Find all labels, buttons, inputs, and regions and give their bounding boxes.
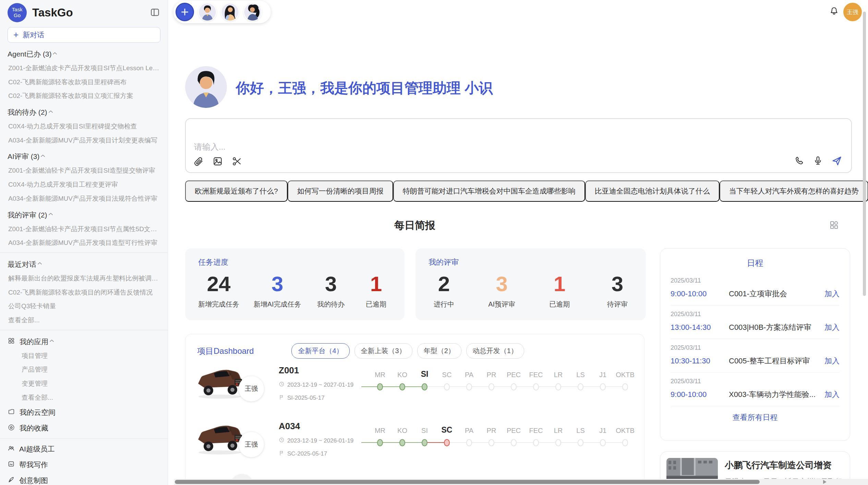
milestone-label: MR bbox=[375, 423, 385, 435]
sidebar-item[interactable]: C02-飞腾新能源轻客改款项目的闭环通告反馈情况 bbox=[0, 286, 168, 300]
dashboard-tab[interactable]: 全新平台（4） bbox=[291, 343, 349, 359]
dashboard-tab[interactable]: 动总开发（1） bbox=[466, 343, 524, 359]
sidebar-item[interactable]: C02-飞腾新能源轻客改款项目立项汇报方案 bbox=[0, 89, 168, 103]
attach-file-button[interactable] bbox=[193, 156, 204, 167]
project-owner-badge: 王强 bbox=[239, 376, 264, 401]
stat: 3我的待办 bbox=[315, 272, 346, 309]
sidebar-item[interactable]: Z001-全新燃油轻卡产品开发项目SI造型提交物评审 bbox=[0, 164, 168, 178]
milestone-label: SC bbox=[442, 367, 452, 379]
sidebar-item[interactable]: Z001-全新燃油皮卡产品开发项目SI节点Lesson Learn报告 bbox=[0, 61, 168, 75]
sidebar-section-header[interactable]: 最近对话 bbox=[0, 255, 168, 272]
briefing-layout-button[interactable] bbox=[829, 220, 839, 231]
logo-line2: Go bbox=[14, 13, 21, 18]
voice-input-button[interactable] bbox=[813, 156, 823, 167]
milestone-label: PEC bbox=[507, 367, 521, 379]
project-row[interactable]: 王强A0342023-12-19 ~ 2026-01-19SC-2025-05-… bbox=[194, 417, 636, 472]
horizontal-scrollbar-thumb[interactable] bbox=[175, 480, 760, 484]
join-link[interactable]: 加入 bbox=[824, 289, 840, 299]
section-label: AI评审 (3) bbox=[8, 152, 39, 161]
sidebar-item-favorites-badge[interactable]: 我的收藏 bbox=[0, 420, 168, 436]
sidebar-section-header[interactable]: 我的待办 (2) bbox=[0, 103, 168, 120]
sidebar-section-header[interactable]: 我的应用 bbox=[0, 333, 168, 349]
suggestion-chip[interactable]: 如何写一份清晰的项目周报 bbox=[288, 181, 393, 202]
milestone: FEC bbox=[525, 423, 547, 448]
new-chat-button[interactable]: + 新对话 bbox=[8, 27, 160, 43]
stat: 2进行中 bbox=[429, 272, 459, 309]
agent-avatar-2[interactable] bbox=[221, 3, 239, 21]
scroll-right-arrow[interactable] bbox=[823, 480, 827, 484]
sidebar-tool[interactable]: 帮我写作 bbox=[0, 457, 168, 473]
composer-right-toolbar bbox=[794, 156, 842, 167]
project-row[interactable]: 王强Z0012023-12-19 ~ 2027-01-19SI-2025-05-… bbox=[194, 361, 636, 416]
milestone: SC bbox=[436, 423, 458, 448]
screenshot-button[interactable] bbox=[232, 156, 242, 167]
milestone: SI bbox=[413, 423, 436, 448]
sidebar-section-header[interactable]: Agent已办 (3) bbox=[0, 45, 168, 61]
insert-image-button[interactable] bbox=[213, 156, 223, 167]
send-button[interactable] bbox=[831, 156, 842, 167]
sidebar-item[interactable]: C0X4-动力总成开发项目工程变更评审 bbox=[0, 178, 168, 192]
milestone-dot bbox=[466, 383, 472, 390]
join-link[interactable]: 加入 bbox=[824, 322, 840, 333]
stat: 1已逾期 bbox=[361, 272, 391, 309]
join-link[interactable]: 加入 bbox=[824, 389, 840, 400]
sidebar-item[interactable]: 产品管理 bbox=[0, 363, 168, 377]
stat: 3新增AI完成任务 bbox=[254, 272, 301, 309]
sidebar-item[interactable]: 查看全部... bbox=[0, 313, 168, 327]
suggestion-chip[interactable]: 特朗普可能对进口汽车增税会对中国车企造成哪些影响 bbox=[393, 181, 585, 202]
dashboard-tab[interactable]: 年型（2） bbox=[417, 343, 461, 359]
user-avatar[interactable]: 王强 bbox=[843, 3, 862, 21]
sidebar-tool[interactable]: AI超级员工 bbox=[0, 441, 168, 457]
schedule-time: 9:00-10:00 bbox=[671, 390, 729, 399]
suggestion-chip[interactable]: 当下年轻人对汽车外观有怎样的喜好趋势 bbox=[720, 181, 868, 202]
chevron-up-icon bbox=[47, 211, 54, 219]
sidebar-item-cloud-space[interactable]: 我的云空间 bbox=[0, 405, 168, 420]
dashboard-tab[interactable]: 全新上装（3） bbox=[354, 343, 412, 359]
stat-label: 待评审 bbox=[602, 300, 633, 309]
vertical-scrollbar[interactable] bbox=[863, 12, 866, 296]
schedule-item: 2025/03/1113:00-14:30C003|H0B-方案冻结评审加入 bbox=[671, 306, 840, 339]
message-composer[interactable]: 请输入... bbox=[185, 118, 852, 173]
milestone: SI bbox=[413, 367, 436, 392]
stat-value: 3 bbox=[315, 272, 346, 296]
milestone-label: PA bbox=[465, 367, 473, 379]
dashboard-header: 项目Dashboard 全新平台（4）全新上装（3）年型（2）动总开发（1） bbox=[185, 334, 644, 362]
sidebar-item[interactable]: 变更管理 bbox=[0, 377, 168, 391]
pen-icon bbox=[8, 476, 15, 485]
suggestion-chip[interactable]: 比亚迪全固态电池计划具体说了什么 bbox=[585, 181, 720, 202]
sidebar-item[interactable]: C02-飞腾新能源轻客改款项目里程碑画布 bbox=[0, 75, 168, 89]
stat-value: 24 bbox=[198, 272, 239, 296]
sidebar-tool[interactable]: 创意制图 bbox=[0, 473, 168, 485]
sidebar-item[interactable]: A034-全新新能源MUV产品开发项目计划变更表编写 bbox=[0, 134, 168, 148]
notifications-button[interactable] bbox=[829, 6, 839, 17]
sidebar-item[interactable]: 项目管理 bbox=[0, 349, 168, 363]
milestone-dot bbox=[622, 439, 628, 446]
schedule-item: 2025/03/119:00-10:00C001-立项审批会加入 bbox=[671, 272, 840, 305]
join-link[interactable]: 加入 bbox=[824, 356, 840, 366]
project-owner-badge: 王强 bbox=[239, 432, 264, 457]
sidebar-section-header[interactable]: AI评审 (3) bbox=[0, 147, 168, 164]
sidebar-section-header[interactable]: 我的评审 (2) bbox=[0, 206, 168, 222]
suggestion-chip[interactable]: 欧洲新规最近颁布了什么? bbox=[185, 181, 288, 202]
sidebar-item[interactable]: 查看全部... bbox=[0, 391, 168, 405]
sidebar-item[interactable]: C0X4-动力总成开发项目SI里程碑提交物检查 bbox=[0, 120, 168, 134]
sidebar-item[interactable]: 公司Q3轻卡销量 bbox=[0, 299, 168, 313]
section-label: 最近对话 bbox=[8, 260, 36, 269]
agent-avatar-3[interactable] bbox=[243, 3, 262, 21]
sidebar-item[interactable]: A034-全新新能源MUV产品开发项目法规符合性评审 bbox=[0, 192, 168, 206]
stat-value: 2 bbox=[429, 272, 459, 296]
voice-call-button[interactable] bbox=[794, 156, 805, 167]
milestone: LR bbox=[547, 423, 569, 448]
suggestion-chips: 欧洲新规最近颁布了什么?如何写一份清晰的项目周报特朗普可能对进口汽车增税会对中国… bbox=[185, 181, 852, 202]
assistant-avatar bbox=[185, 66, 227, 108]
agent-avatar-1[interactable] bbox=[198, 3, 217, 21]
sidebar-item[interactable]: 解释最新出台的欧盟报废车法规再生塑料比例被调至15%... bbox=[0, 272, 168, 286]
sidebar-item[interactable]: Z001-全新燃油轻卡产品开发项目SI节点属性5D文件评审 bbox=[0, 222, 168, 236]
sidebar-collapse-button[interactable] bbox=[149, 7, 161, 19]
add-agent-button[interactable] bbox=[176, 3, 194, 21]
milestone-track: MRKOSISCPAPRPECFECLRLSJ1OKTB bbox=[369, 367, 636, 392]
project-code: A034 bbox=[279, 421, 364, 432]
sidebar-item[interactable]: A034-全新新能源MUV产品开发项目造型可行性评审 bbox=[0, 236, 168, 250]
view-all-schedule-link[interactable]: 查看所有日程 bbox=[671, 412, 840, 423]
milestone-dot bbox=[600, 439, 606, 446]
